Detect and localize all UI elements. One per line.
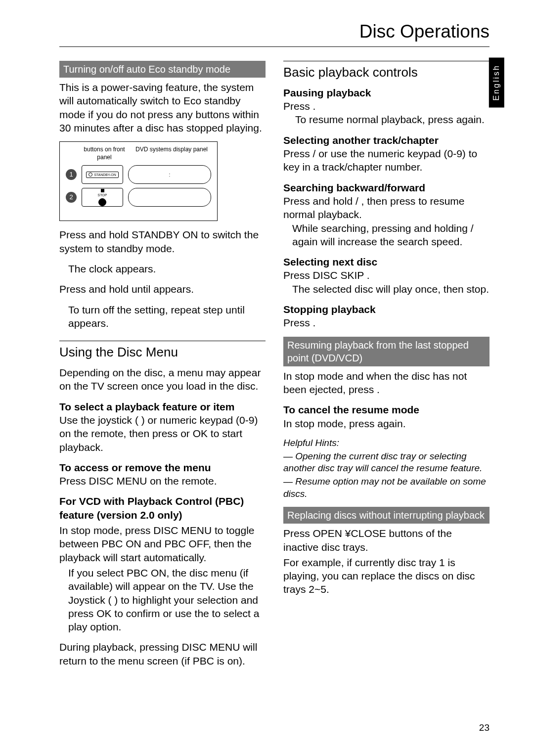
pause-heading: Pausing playback bbox=[283, 87, 371, 98]
stop-button-graphic: STOP bbox=[82, 188, 123, 207]
search-heading: Searching backward/forward bbox=[283, 182, 425, 193]
resume-sub: To cancel the resume mode bbox=[283, 404, 419, 415]
eco-step1: Press and hold STANDBY ON to switch the … bbox=[59, 228, 266, 255]
power-icon bbox=[89, 173, 92, 177]
step-number-2: 2 bbox=[66, 192, 77, 203]
standby-button-graphic: STANDBY-ON bbox=[82, 165, 123, 184]
nextdisc-heading: Selecting next disc bbox=[283, 256, 377, 267]
track-text: Press / or use the numeric keypad (0-9) … bbox=[283, 147, 490, 174]
nextdisc-note: The selected disc will play once, then s… bbox=[283, 282, 490, 296]
disc-menu-sub1: To select a playback feature or item bbox=[59, 401, 234, 412]
search-text: Press and hold / , then press to resume … bbox=[283, 194, 490, 222]
replace-p2: For example, if currently disc tray 1 is… bbox=[283, 556, 490, 596]
eco-intro-text: This is a power-saving feature, the syst… bbox=[59, 81, 266, 134]
left-column: Turning on/off auto Eco standby mode Thi… bbox=[59, 61, 266, 674]
content-columns: Turning on/off auto Eco standby mode Thi… bbox=[59, 61, 490, 674]
diagram-col1-label: buttons on front panel bbox=[84, 146, 125, 161]
display-panel-1: : bbox=[128, 165, 211, 184]
stop-square-icon bbox=[101, 189, 104, 192]
resume-p1: In stop mode and when the disc has not b… bbox=[283, 369, 490, 397]
disc-menu-p2: Use the joystick ( ) or numeric keypad (… bbox=[59, 413, 266, 454]
stop-heading: Stopping playback bbox=[283, 304, 376, 315]
pause-text: Press . bbox=[283, 99, 490, 113]
eco-mode-heading: Turning on/off auto Eco standby mode bbox=[59, 61, 266, 78]
disc-menu-title: Using the Disc Menu bbox=[59, 341, 266, 361]
hints-heading: Helpful Hints: bbox=[283, 437, 490, 449]
eco-step1-note: The clock appears. bbox=[59, 262, 266, 275]
hints-1: — Opening the current disc tray or selec… bbox=[283, 450, 490, 475]
right-column: Basic playback controls Pausing playback… bbox=[283, 61, 490, 674]
disc-menu-p4b: If you select PBC ON, the disc menu (if … bbox=[59, 566, 266, 633]
diagram-col2-label: DVD systems display panel bbox=[132, 146, 211, 161]
disc-menu-p1: Depending on the disc, a menu may appear… bbox=[59, 366, 266, 393]
language-tab: English bbox=[489, 57, 504, 107]
replace-p1: Press OPEN ¥CLOSE buttons of the inactiv… bbox=[283, 527, 490, 554]
hints-2: — Resume option may not be available on … bbox=[283, 476, 490, 500]
display-panel-2 bbox=[128, 188, 211, 207]
pause-note: To resume normal playback, press again. bbox=[283, 113, 490, 126]
replace-heading: Replacing discs without interrupting pla… bbox=[283, 507, 490, 524]
eco-step2-note: To turn off the setting, repeat step unt… bbox=[59, 303, 266, 330]
resume-p2: In stop mode, press again. bbox=[283, 417, 490, 430]
track-heading: Selecting another track/chapter bbox=[283, 134, 439, 146]
disc-menu-sub2: To access or remove the menu bbox=[59, 462, 211, 473]
step-number-1: 1 bbox=[66, 169, 77, 180]
disc-menu-p5: During playback, pressing DISC MENU will… bbox=[59, 640, 266, 667]
button-diagram: buttons on front panel DVD systems displ… bbox=[59, 141, 218, 221]
resume-heading: Resuming playback from the last stopped … bbox=[283, 337, 490, 366]
search-note: While searching, pressing and holding / … bbox=[283, 222, 490, 249]
nextdisc-text: Press DISC SKIP . bbox=[283, 268, 490, 282]
disc-menu-p3: Press DISC MENU on the remote. bbox=[59, 474, 266, 488]
eco-step2: Press and hold until appears. bbox=[59, 282, 266, 296]
disc-menu-p4: In stop mode, press DISC MENU to toggle … bbox=[59, 524, 266, 564]
disc-menu-sub3: For VCD with Playback Control (PBC) feat… bbox=[59, 495, 244, 520]
page-title: Disc Operations bbox=[59, 20, 490, 47]
page-number: 23 bbox=[479, 722, 490, 734]
basic-playback-title: Basic playback controls bbox=[283, 61, 490, 81]
stop-text: Press . bbox=[283, 316, 490, 329]
